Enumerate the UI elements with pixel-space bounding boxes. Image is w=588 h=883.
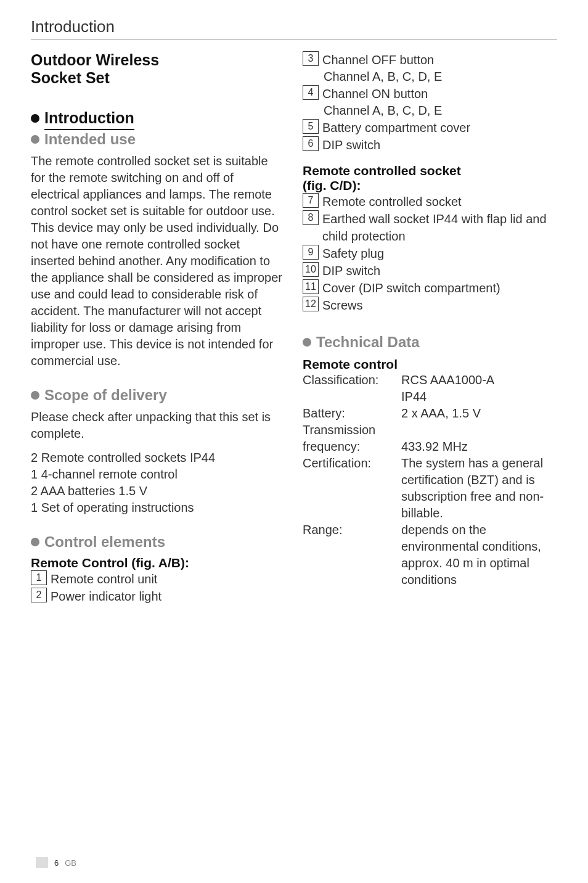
list-item-text: Cover (DIP switch compartment) — [322, 279, 557, 297]
number-box: 12 — [303, 297, 319, 311]
scope-list: 2 Remote controlled sockets IP44 1 4-cha… — [31, 450, 285, 516]
list-item: 11 Cover (DIP switch compartment) — [303, 279, 557, 297]
spec-row: Certification: The system has a general … — [303, 455, 557, 522]
list-item: 7 Remote controlled socket — [303, 193, 557, 210]
spec-row: Range: depends on the environmental cond… — [303, 522, 557, 588]
tech-subheading: Remote control — [303, 357, 557, 372]
bullet-icon — [303, 338, 311, 347]
number-box: 4 — [303, 85, 319, 100]
bullet-icon — [31, 114, 39, 123]
number-box: 1 — [31, 570, 47, 585]
bullet-icon — [31, 391, 39, 400]
socket-heading1: Remote controlled socket — [303, 163, 461, 178]
spec-value — [401, 422, 557, 438]
list-item: 10 DIP switch — [303, 262, 557, 279]
spec-label: Battery: — [303, 405, 401, 422]
control-elements-label: Control elements — [44, 533, 165, 550]
title-line2: Socket Set — [31, 69, 110, 86]
spec-label: Range: — [303, 522, 401, 588]
spec-value: 433.92 MHz — [401, 438, 557, 455]
list-item: 9 Safety plug — [303, 245, 557, 262]
number-box: 8 — [303, 210, 319, 225]
intended-use-label: Intended use — [44, 131, 136, 147]
number-box: 2 — [31, 588, 47, 602]
scope-list-item: 2 Remote controlled sockets IP44 — [31, 450, 285, 466]
spec-label: frequency: — [303, 438, 401, 455]
list-item: 4 Channel ON button — [303, 85, 557, 102]
product-title: Outdoor Wireless Socket Set — [31, 51, 285, 87]
list-item: 3 Channel OFF button — [303, 51, 557, 68]
list-item: 8 Earthed wall socket IP44 with flap lid… — [303, 210, 557, 245]
spec-value: RCS AAA1000-A IP44 — [401, 372, 557, 405]
list-item-text: Earthed wall socket IP44 with flap lid a… — [322, 210, 557, 245]
list-item-subtext: Channel A, B, C, D, E — [303, 102, 557, 119]
technical-data-label: Technical Data — [316, 334, 420, 350]
title-line1: Outdoor Wireless — [31, 51, 159, 68]
spec-value: 2 x AAA, 1.5 V — [401, 405, 557, 422]
spec-table: Classification: RCS AAA1000-A IP44 Batte… — [303, 372, 557, 588]
right-column: 3 Channel OFF button Channel A, B, C, D,… — [303, 51, 557, 605]
list-item: 6 DIP switch — [303, 136, 557, 154]
spec-row: Classification: RCS AAA1000-A IP44 — [303, 372, 557, 405]
socket-heading2: (fig. C/D): — [303, 178, 361, 192]
spec-label: Certification: — [303, 455, 401, 522]
scope-label: Scope of delivery — [44, 387, 167, 403]
header-label: Introduction — [31, 17, 115, 36]
footer-gb: GB — [65, 858, 76, 868]
bullet-icon — [31, 135, 39, 144]
subsection-technical-data: Technical Data — [303, 334, 557, 351]
number-box: 7 — [303, 193, 319, 208]
bullet-icon — [31, 538, 39, 546]
list-item-text: Screws — [322, 297, 557, 314]
list-item-text: Battery compartment cover — [322, 119, 557, 136]
list-item: 2 Power indicator light — [31, 588, 285, 605]
socket-heading-block: Remote controlled socket (fig. C/D): — [303, 163, 557, 193]
page: Introduction Outdoor Wireless Socket Set… — [0, 0, 588, 883]
intended-use-body: The remote controlled socket set is suit… — [31, 153, 285, 369]
subsection-intended-use: Intended use — [31, 131, 285, 148]
subsection-control-elements: Control elements — [31, 533, 285, 551]
list-item-text: DIP switch — [322, 262, 557, 279]
scope-list-item: 1 Set of operating instructions — [31, 499, 285, 516]
scope-body: Please check after unpacking that this s… — [31, 409, 285, 442]
subsection-scope: Scope of delivery — [31, 387, 285, 404]
number-box: 10 — [303, 262, 319, 277]
spec-value: depends on the environmental conditions,… — [401, 522, 557, 588]
remote-control-heading: Remote Control (fig. A/B): — [31, 556, 285, 570]
spec-row: Battery: 2 x AAA, 1.5 V — [303, 405, 557, 422]
list-item-text: DIP switch — [322, 136, 557, 154]
page-box-icon — [36, 857, 48, 868]
number-box: 3 — [303, 51, 319, 66]
spec-value-line: RCS AAA1000-A — [401, 373, 494, 387]
list-item: 5 Battery compartment cover — [303, 119, 557, 136]
list-item-text: Remote control unit — [51, 570, 285, 588]
columns: Outdoor Wireless Socket Set Introduction… — [31, 51, 557, 605]
scope-list-item: 1 4-channel remote control — [31, 466, 285, 483]
spec-row: Transmission — [303, 422, 557, 438]
number-box: 5 — [303, 119, 319, 134]
page-footer: 6 GB — [36, 857, 76, 868]
scope-list-item: 2 AAA batteries 1.5 V — [31, 483, 285, 499]
list-item: 12 Screws — [303, 297, 557, 314]
number-box: 11 — [303, 279, 319, 294]
list-item-text: Channel OFF button — [322, 51, 557, 68]
spec-label: Transmission — [303, 422, 401, 438]
header-bar: Introduction — [31, 17, 557, 40]
spec-label: Classification: — [303, 372, 401, 405]
list-item-text: Safety plug — [322, 245, 557, 262]
list-item-text: Power indicator light — [51, 588, 285, 605]
spec-value: The system has a general certification (… — [401, 455, 557, 522]
list-item: 1 Remote control unit — [31, 570, 285, 588]
page-number: 6 — [54, 858, 59, 868]
number-box: 9 — [303, 245, 319, 260]
section-introduction-label: Introduction — [44, 109, 134, 130]
left-column: Outdoor Wireless Socket Set Introduction… — [31, 51, 285, 605]
number-box: 6 — [303, 136, 319, 151]
spec-value-line: IP44 — [401, 390, 427, 403]
list-item-text: Channel ON button — [322, 85, 557, 102]
spec-row: frequency: 433.92 MHz — [303, 438, 557, 455]
section-introduction: Introduction — [31, 109, 285, 127]
list-item-text: Remote controlled socket — [322, 193, 557, 210]
list-item-subtext: Channel A, B, C, D, E — [303, 68, 557, 85]
